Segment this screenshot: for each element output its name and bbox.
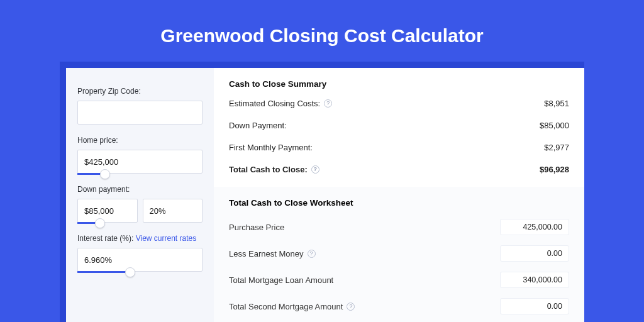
summary-value: $8,951: [544, 99, 569, 108]
interest-rate-label: Interest rate (%): View current rates: [77, 234, 203, 243]
calculator-app: Property Zip Code: Home price: Down paym…: [66, 68, 584, 322]
help-icon[interactable]: ?: [347, 303, 355, 311]
worksheet-row-earnest-money: Less Earnest Money ? 0.00: [229, 245, 569, 262]
home-price-input[interactable]: [77, 150, 203, 174]
inputs-panel: Property Zip Code: Home price: Down paym…: [66, 68, 214, 322]
view-current-rates-link[interactable]: View current rates: [136, 234, 197, 243]
worksheet-label: Total Mortgage Loan Amount: [229, 275, 333, 285]
worksheet-value: 0.00: [500, 298, 569, 314]
worksheet-row-second-mortgage: Total Second Mortgage Amount ? 0.00: [229, 298, 569, 314]
down-payment-pct-wrap: [143, 199, 203, 223]
summary-total-label: Total Cash to Close:: [229, 165, 308, 174]
worksheet-value: 0.00: [500, 245, 569, 262]
home-price-input-wrap: [77, 150, 203, 174]
page-title: Greenwood Closing Cost Calculator: [0, 0, 644, 62]
worksheet-label: Purchase Price: [229, 223, 284, 232]
worksheet-label: Less Earnest Money: [229, 249, 304, 258]
app-container: Property Zip Code: Home price: Down paym…: [60, 62, 584, 322]
worksheet-row-purchase-price: Purchase Price 425,000.00: [229, 219, 569, 235]
down-payment-slider-thumb[interactable]: [95, 218, 105, 228]
summary-label: Estimated Closing Costs:: [229, 99, 320, 108]
interest-rate-input-wrap: [77, 248, 203, 272]
zip-label: Property Zip Code:: [77, 87, 203, 96]
summary-heading: Cash to Close Summary: [229, 79, 569, 89]
worksheet-row-mortgage-loan: Total Mortgage Loan Amount 340,000.00: [229, 272, 569, 288]
down-payment-input[interactable]: [77, 199, 138, 223]
home-price-label: Home price:: [77, 136, 203, 145]
help-icon[interactable]: ?: [324, 99, 332, 108]
interest-rate-label-text: Interest rate (%):: [77, 234, 133, 243]
down-payment-pct-input[interactable]: [143, 199, 203, 223]
help-icon[interactable]: ?: [311, 165, 319, 174]
summary-row-total: Total Cash to Close: ? $96,928: [229, 165, 569, 174]
worksheet-value: 340,000.00: [500, 272, 569, 288]
summary-label: Down Payment:: [229, 121, 287, 130]
worksheet-label: Total Second Mortgage Amount: [229, 302, 343, 311]
down-payment-label: Down payment:: [77, 185, 203, 194]
summary-label: First Monthly Payment:: [229, 143, 313, 152]
help-icon[interactable]: ?: [308, 250, 316, 258]
summary-row-down-payment: Down Payment: $85,000: [229, 121, 569, 130]
worksheet-section: Total Cash to Close Worksheet Purchase P…: [214, 187, 584, 322]
worksheet-heading: Total Cash to Close Worksheet: [229, 198, 569, 208]
summary-value: $85,000: [540, 121, 569, 130]
summary-row-closing-costs: Estimated Closing Costs: ? $8,951: [229, 99, 569, 108]
interest-rate-slider-fill: [77, 271, 130, 273]
summary-row-first-monthly: First Monthly Payment: $2,977: [229, 143, 569, 152]
zip-input-wrap: [77, 101, 203, 125]
home-price-slider-thumb[interactable]: [100, 169, 110, 179]
interest-rate-input[interactable]: [77, 248, 203, 272]
results-panel: Cash to Close Summary Estimated Closing …: [214, 68, 584, 322]
summary-value: $2,977: [544, 143, 569, 152]
worksheet-value: 425,000.00: [500, 219, 569, 235]
summary-total-value: $96,928: [540, 165, 569, 174]
zip-input[interactable]: [77, 101, 203, 125]
down-payment-input-wrap: [77, 199, 138, 223]
interest-rate-slider-thumb[interactable]: [125, 267, 135, 277]
